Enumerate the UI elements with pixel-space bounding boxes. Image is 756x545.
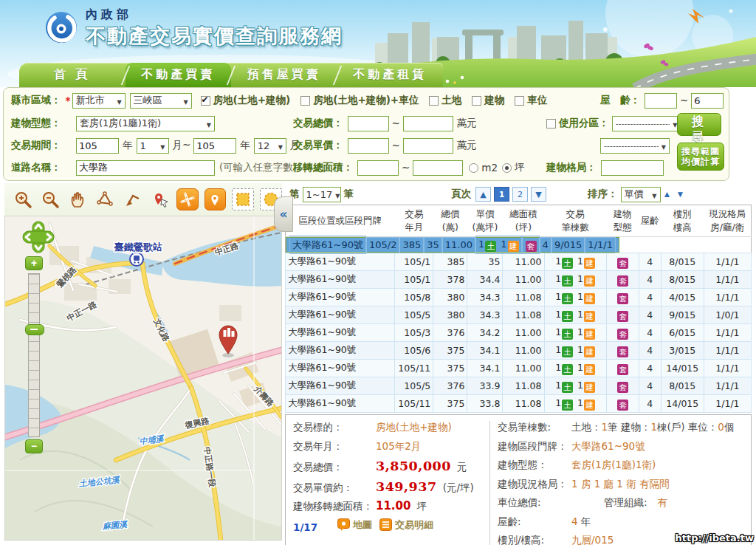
age-max-input[interactable] [691,93,724,109]
marker-layer-tool[interactable] [205,188,226,210]
building-type-select[interactable]: 套房(1房(1廳)1衛) [76,116,215,131]
map-zoom-in-button[interactable] [25,256,43,270]
cell-area: 11.08 [503,289,544,306]
collapse-panel-button[interactable]: « [274,196,293,232]
pin-select-tool[interactable] [149,188,171,210]
range-average-button[interactable]: 搜尋範圍均價計算 [677,143,724,171]
cell-layout: 1/1/1 [704,324,751,342]
category-land-building-checkbox[interactable]: 房地(土地+建物) [201,94,291,107]
area-min-input[interactable] [357,160,399,176]
building-type-label: 建物型態： [11,117,72,130]
table-row[interactable]: 大學路61~90號 105/1 378 34.4 11.00 1土1建 套 4 … [286,271,752,289]
detail-addr-value: 大學路61~90號 [571,440,645,453]
cell-unit: 35 [467,253,503,271]
unit-price-min-input[interactable] [348,138,389,154]
building-badge: 建 [508,241,519,252]
cell-floor: 4/015 [661,289,704,306]
cell-unit: 35 [424,237,442,253]
map-button[interactable]: 地圖 [337,518,372,532]
table-row[interactable]: 大學路61~90號 105/8 380 34.3 11.08 1土1建 套 4 … [286,289,752,306]
cell-age: 4 [639,306,661,324]
area-max-input[interactable] [413,160,463,176]
count-land-label: 土地： [571,421,602,433]
sort-desc-button[interactable]: ▼ [673,189,687,199]
page-prev-button[interactable]: ▲ [475,187,491,202]
total-price-max-input[interactable] [403,116,453,131]
table-row[interactable]: 大學路61~90號 105/5 380 34.3 11.08 1土1建 套 4 … [286,306,752,324]
category-land-checkbox[interactable]: 土地 [429,94,461,107]
cell-unit: 34.4 [467,271,503,289]
cell-building-type: 套 [606,271,639,289]
tab-home[interactable]: 首 頁 [19,63,126,87]
tab-presale[interactable]: 預售屋買賣 [231,63,337,87]
cell-address: 大學路61~90號 [286,306,395,324]
month-from-select[interactable]: 1 [137,138,169,154]
rectangle-select-tool[interactable] [232,188,254,210]
pan-hand-tool[interactable] [66,188,88,210]
unit-price-max-input[interactable] [403,138,453,154]
district-select[interactable]: 三峽區 [130,93,192,109]
record-range-select[interactable]: 1~17 [303,187,341,202]
zoom-in-tool[interactable] [12,188,33,210]
sort-select-value: 單價 [625,188,644,201]
page-2-button[interactable]: 2 [512,187,528,202]
road-layer-tool[interactable] [176,188,198,210]
sort-asc-button[interactable]: ▲ [661,189,674,199]
city-select[interactable]: 新北市 [72,93,126,109]
page: 內政部 不動產交易實價查詢服務網 首 頁 不動產買賣 預售屋買賣 不動產租賃 縣… [0,0,756,545]
road-hint: (可輸入任意字數) [219,161,297,174]
map-zoom-handle[interactable] [25,324,44,335]
unit-ping-radio[interactable]: 坪 [502,161,525,174]
category-parking-checkbox[interactable]: 車位 [515,94,547,107]
zone-select-secondary[interactable]: ------------------- [600,138,670,154]
age-min-input[interactable] [645,93,677,109]
cell-address: 大學路61~90號 [286,271,395,289]
road-name-input[interactable] [76,160,215,176]
map-zoom-slider[interactable] [28,273,40,437]
table-row[interactable]: 大學路61~90號 105/11 375 33.8 11.08 1土1建 套 4… [286,395,752,413]
polygon-measure-tool[interactable] [94,188,116,210]
tab-real-estate-sale[interactable]: 不動產買賣 [126,63,232,87]
area-unit: 坪 [416,500,427,513]
results-controls: 第 1~17 筆 頁次 ▲ 1 2 ▼ 排序： 單價 ▲ ▼ [285,185,755,204]
category-land-building-parking-checkbox[interactable]: 房地(土地+建物)+車位 [300,94,419,107]
table-row[interactable]: 大學路61~90號 105/3 376 34.2 11.00 1土1建 套 4 … [286,324,752,342]
layout-input[interactable] [601,160,664,176]
zoom-out-tool[interactable] [39,188,61,210]
total-price-min-input[interactable] [348,116,389,131]
land-badge: 土 [562,329,573,340]
map-zoom-out-button[interactable] [25,439,43,453]
table-row[interactable]: 大學路61~90號 105/2 385 35 11.00 1土1建 套 4 9/… [286,237,619,253]
cell-layout: 1/1/1 [704,342,751,360]
map-pan-control[interactable] [21,220,55,254]
page-next-button[interactable]: ▼ [531,187,546,202]
category-building-checkbox[interactable]: 建物 [472,94,504,107]
record-suffix: 筆 [344,188,354,201]
page-1-button[interactable]: 1 [494,187,509,202]
year-to-input[interactable] [193,138,236,154]
year-from-input[interactable] [76,138,119,154]
cell-floor: 6/015 [661,324,704,342]
cell-floor: 14/015 [661,360,704,377]
transaction-detail-button[interactable]: 交易明細 [379,518,433,532]
table-row[interactable]: 大學路61~90號 105/11 375 34.1 11.00 1土1建 套 4… [286,360,752,377]
sort-select[interactable]: 單價 [621,187,661,202]
tab-rent[interactable]: 不動產租賃 [337,63,444,87]
table-row[interactable]: 大學路61~90號 105/6 375 34.1 11.00 1土1建 套 4 … [286,342,752,360]
col-total-price: 總價 (萬) [433,205,467,237]
total-price-unit: 元 [457,461,467,474]
cell-count: 1土1建 [544,253,606,271]
table-row[interactable]: 大學路61~90號 105/1 385 35 11.00 1土1建 套 4 8/… [286,253,752,271]
zone-select[interactable]: ------------------- [612,116,681,131]
target-value: 房地(土地+建物) [376,421,452,434]
map-canvas[interactable]: 臺鐵鶯歌站 鶯桃路 中正一路 文化路 復興路 中正路一段 介壽路 中正路 中埔溪… [4,216,282,541]
search-button[interactable]: 搜 尋 [677,113,721,136]
zone-checkbox[interactable]: 使用分區： [546,117,609,130]
suite-badge: 套 [526,241,537,252]
cell-unit: 34.1 [467,342,503,360]
distance-measure-tool[interactable] [122,188,143,210]
table-row[interactable]: 大學路61~90號 105/5 376 33.9 11.08 1土1建 套 4 … [286,377,752,395]
month-to-select[interactable]: 12 [254,138,286,154]
unit-m2-radio[interactable]: m2 [469,162,498,174]
watermark: http://ibeta.tw [676,532,754,544]
